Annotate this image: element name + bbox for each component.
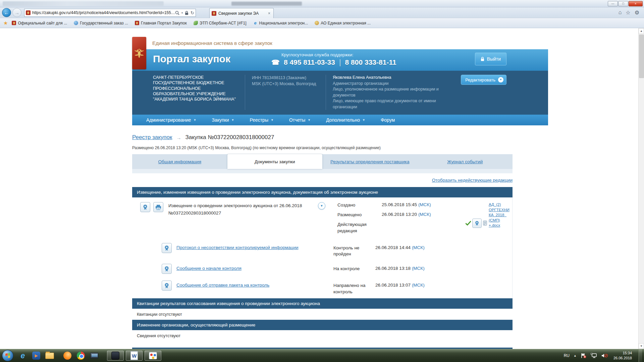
search-dropdown-icon[interactable]: ▾ (181, 11, 183, 14)
favorite-item[interactable]: АО Единая электронная ... (315, 21, 371, 25)
home-icon[interactable]: ⌂ (619, 9, 622, 16)
start-button[interactable] (2, 350, 13, 361)
minimize-button[interactable]: — (608, 1, 618, 6)
logout-button[interactable]: Выйти (475, 53, 506, 65)
action-center-flag-icon[interactable] (581, 353, 587, 358)
language-indicator[interactable]: RU (564, 353, 570, 358)
tab-close-icon[interactable]: × (267, 11, 271, 16)
seal-icon (475, 221, 479, 226)
scroll-down-icon[interactable]: ▼ (639, 343, 644, 349)
tab-title: Сведения закупки ЭА (218, 11, 267, 16)
system-tray: RU ▲ 15:34 26.06.2018 (564, 349, 644, 362)
show-desktop-button[interactable] (639, 349, 642, 362)
attachment-seal-button[interactable] (472, 219, 482, 228)
taskbar-explorer-icon[interactable] (44, 351, 55, 361)
windows-logo-icon (5, 353, 10, 358)
nav-item-reports[interactable]: Отчеты▼ (289, 117, 311, 123)
volume-muted-icon[interactable] (601, 353, 608, 358)
msk-link[interactable]: (МСК) (412, 245, 425, 250)
msk-link[interactable]: (МСК) (412, 266, 425, 271)
favorite-item[interactable]: Официальный сайт для ... (12, 21, 67, 25)
favorites-icon[interactable]: ☆ (626, 9, 630, 16)
breadcrumb-registry-link[interactable]: Реестр закупок (132, 134, 172, 141)
maximize-button[interactable]: □ (618, 1, 628, 6)
vertical-scrollbar[interactable]: ▲ ▼ (638, 28, 644, 349)
msk-link[interactable]: (МСК) (412, 283, 425, 288)
refresh-icon[interactable]: ↻ (191, 10, 194, 15)
support-phones: ☎ 8 495 811-03-33 | 8 800 333-81-11 (271, 58, 396, 67)
background-window-titlebar: — □ × (0, 0, 644, 7)
attachment-file-link[interactable]: АД_(2) ОРГТЕХНИ КА_2018_ (СМП) +.docx (489, 202, 511, 228)
control-status: На контроле (333, 264, 375, 272)
chevron-down-icon: ▼ (231, 118, 234, 122)
signature-seal-button[interactable] (162, 281, 172, 291)
search-icon[interactable] (175, 11, 179, 15)
header-top-strip: Единая информационная система в сфере за… (132, 35, 548, 49)
globe-icon (74, 21, 78, 25)
protocol-mismatch-link[interactable]: Протокол о несоответствии контролируемой… (176, 243, 333, 250)
notice-main-row: Извещение о проведении электронного аукц… (132, 197, 512, 240)
header-blue-band: Портал закупок Круглосуточная служба под… (132, 49, 548, 71)
msk-link[interactable]: (МСК) (418, 212, 431, 217)
favorites-star-icon[interactable]: ★ (3, 20, 8, 26)
signature-seal-button[interactable] (140, 202, 150, 212)
document-icon[interactable] (483, 221, 487, 226)
nav-item-additional[interactable]: Дополнительно▼ (326, 117, 365, 123)
package-sent-link[interactable]: Сообщение об отправке пакета на контроль (176, 281, 333, 288)
signature-seal-button[interactable] (162, 243, 172, 253)
favorite-item[interactable]: Главная Портал Закупок (135, 21, 187, 25)
taskbar-ie-icon[interactable]: e (17, 351, 29, 361)
msk-link[interactable]: (МСК) (418, 202, 431, 207)
tab-purchase-documents[interactable]: Документы закупки (227, 154, 323, 169)
tab-general-info[interactable]: Общая информация (132, 154, 227, 169)
user-role: Лицо, имеющее право подписи документов о… (333, 98, 447, 110)
tab-supplier-results[interactable]: Результаты определения поставщика (322, 154, 418, 169)
nav-item-administration[interactable]: Администрирование▼ (146, 117, 196, 123)
address-bar[interactable]: https://zakupki.gov.ru/44fz/priz/notice/… (24, 9, 196, 17)
forward-button[interactable]: → (12, 8, 21, 17)
signature-seal-button[interactable] (162, 264, 172, 274)
browser-tab[interactable]: Сведения закупки ЭА × (209, 8, 274, 18)
taskbar-firefox-icon[interactable] (62, 351, 73, 361)
edit-button[interactable]: Редактировать ▼ (461, 75, 506, 85)
chevron-down-icon: ▼ (308, 118, 311, 122)
scroll-up-icon[interactable]: ▲ (639, 28, 644, 34)
chevron-down-icon: ▼ (194, 118, 197, 122)
eis-logo (132, 37, 146, 69)
phone-number-2: 8 800 333-81-11 (345, 58, 396, 66)
nav-item-registers[interactable]: Реестры▼ (250, 117, 273, 123)
network-icon[interactable] (591, 353, 597, 358)
favorite-item[interactable]: ЭТП Сбербанк-АСТ [#F1] (194, 21, 247, 25)
settings-gear-icon[interactable]: ⚙ (635, 9, 639, 16)
control-start-link[interactable]: Сообщение о начале контроля (176, 264, 333, 271)
tray-expand-icon[interactable]: ▲ (574, 354, 577, 357)
clock[interactable]: 15:34 26.06.2018 (613, 351, 632, 361)
favorite-item[interactable]: Государственный заказ ... (74, 21, 128, 25)
user-role: Администратор организации (333, 81, 447, 87)
main-navigation: Администрирование▼ Закупки▼ Реестры▼ Отч… (132, 115, 548, 125)
taskbar-paint-icon[interactable] (145, 351, 161, 361)
nav-item-forum[interactable]: Форум (381, 117, 395, 123)
tab-bar: Общая информация Документы закупки Резул… (132, 154, 513, 169)
meta-row: Создано 25.06.2018 15:45 (МСК) (337, 202, 445, 208)
notice-dropdown-button[interactable]: ▼ (318, 202, 325, 209)
url-text[interactable]: https://zakupki.gov.ru/44fz/priz/notice/… (32, 10, 175, 15)
nav-item-purchases[interactable]: Закупки▼ (212, 117, 234, 123)
taskbar-media-player-icon[interactable]: ▶ (31, 351, 42, 361)
tab-event-log[interactable]: Журнал событий (418, 154, 513, 169)
show-invalid-editions-link[interactable]: Отобразить недействующие редакции (132, 178, 513, 183)
print-button[interactable] (153, 202, 163, 212)
divider (326, 75, 326, 110)
taskbar-chrome-icon[interactable] (75, 351, 87, 361)
page-viewport: ▲ ▼ Единая (0, 28, 644, 349)
back-button[interactable]: ← (2, 8, 11, 17)
favorite-item[interactable]: eНациональная электрон... (253, 21, 308, 25)
meta-row: Размещено 26.06.2018 13:20 (МСК) (337, 212, 445, 218)
taskbar-word-icon[interactable]: W (126, 351, 143, 361)
taskbar-open-app-icon[interactable] (107, 351, 124, 361)
site-favicon (26, 10, 31, 15)
taskbar-remote-desktop-icon[interactable] (89, 351, 100, 361)
close-button[interactable]: × (629, 1, 643, 6)
phone-number-1: 8 495 811-03-33 (284, 58, 335, 66)
scrollbar-thumb[interactable] (639, 35, 644, 78)
